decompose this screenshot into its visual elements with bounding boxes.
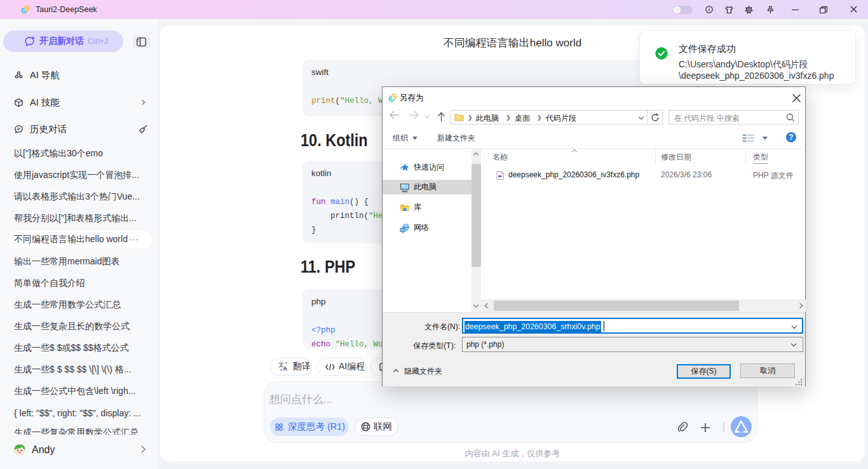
svg-text:A: A [283, 365, 288, 372]
